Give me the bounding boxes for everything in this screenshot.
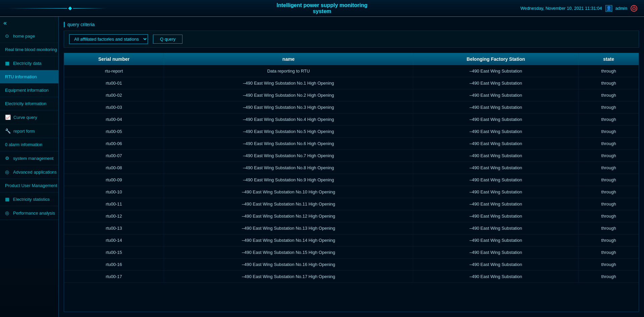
query-section: query criteria All affiliated factories … <box>64 22 639 48</box>
query-bar: All affiliated factories and stations Q … <box>64 31 639 48</box>
cell-name: –490 East Wing Substation No.11 High Ope… <box>164 198 413 210</box>
table-row[interactable]: rtu00-16 –490 East Wing Substation No.16… <box>64 259 639 271</box>
main-layout: « ⊙ home page Real time blood monitoring… <box>0 17 644 317</box>
content-area: query criteria All affiliated factories … <box>59 17 644 317</box>
table-row[interactable]: rtu00-04 –490 East Wing Substation No.4 … <box>64 114 639 126</box>
sidebar-item-electricity-data[interactable]: ▦ Electricity data <box>0 56 58 70</box>
cell-name: –490 East Wing Substation No.12 High Ope… <box>164 210 413 222</box>
table-row[interactable]: rtu00-03 –490 East Wing Substation No.3 … <box>64 101 639 114</box>
cell-state: through <box>579 150 639 162</box>
cell-serial: rtu00-06 <box>64 138 164 150</box>
table-row[interactable]: rtu00-01 –490 East Wing Substation No.1 … <box>64 77 639 89</box>
cell-state: through <box>579 101 639 114</box>
table-row[interactable]: rtu00-08 –490 East Wing Substation No.8 … <box>64 162 639 174</box>
cell-serial: rtu00-04 <box>64 114 164 126</box>
cell-serial: rtu00-15 <box>64 246 164 259</box>
cell-name: Data reporting to RTU <box>164 65 413 77</box>
cell-name: –490 East Wing Substation No.3 High Open… <box>164 101 413 114</box>
table-row[interactable]: rtu00-09 –490 East Wing Substation No.9 … <box>64 174 639 186</box>
cell-name: –490 East Wing Substation No.14 High Ope… <box>164 234 413 246</box>
sidebar-label-statistics: Electricity statistics <box>13 197 50 202</box>
table-header-row: Serial number name Belonging Factory Sta… <box>64 53 639 65</box>
sidebar-item-statistics[interactable]: ▦ Electricity statistics <box>0 192 58 206</box>
table-row[interactable]: rtu00-06 –490 East Wing Substation No.6 … <box>64 138 639 150</box>
sidebar-item-performance[interactable]: ◎ Performance analysis <box>0 206 58 220</box>
cell-serial: rtu00-09 <box>64 174 164 186</box>
cell-state: through <box>579 89 639 101</box>
power-button[interactable]: ⏻ <box>631 5 637 12</box>
rtu-table: Serial number name Belonging Factory Sta… <box>64 53 639 283</box>
sidebar-item-equipment[interactable]: Equipment information <box>0 84 58 97</box>
cell-name: –490 East Wing Substation No.16 High Ope… <box>164 259 413 271</box>
cell-station: –490 East Wing Substation <box>413 198 579 210</box>
query-title: query criteria <box>64 22 639 27</box>
col-name: name <box>164 53 413 65</box>
cell-serial: rtu00-16 <box>64 259 164 271</box>
table-row[interactable]: rtu-report Data reporting to RTU –490 Ea… <box>64 65 639 77</box>
sidebar-item-home[interactable]: ⊙ home page <box>0 29 58 43</box>
table-row[interactable]: rtu00-14 –490 East Wing Substation No.14… <box>64 234 639 246</box>
table-row[interactable]: rtu00-17 –490 East Wing Substation No.17… <box>64 271 639 283</box>
table-row[interactable]: rtu00-02 –490 East Wing Substation No.2 … <box>64 89 639 101</box>
cell-serial: rtu00-01 <box>64 77 164 89</box>
sidebar-item-curve[interactable]: 📈 Curve query <box>0 110 58 124</box>
cell-station: –490 East Wing Substation <box>413 77 579 89</box>
table-row[interactable]: rtu00-13 –490 East Wing Substation No.13… <box>64 222 639 234</box>
cell-station: –490 East Wing Substation <box>413 101 579 114</box>
table-row[interactable]: rtu00-11 –490 East Wing Substation No.11… <box>64 198 639 210</box>
home-icon: ⊙ <box>5 33 10 39</box>
sidebar-item-product[interactable]: Product User Management <box>0 179 58 192</box>
sidebar-label-electricity-data: Electricity data <box>13 61 42 66</box>
sidebar-label-home: home page <box>13 34 35 39</box>
cell-serial: rtu00-10 <box>64 186 164 198</box>
sidebar-label-report: report form <box>13 129 35 134</box>
report-icon: 🔧 <box>5 128 11 134</box>
col-serial: Serial number <box>64 53 164 65</box>
sidebar-label-performance: Performance analysis <box>13 211 55 216</box>
table-row[interactable]: rtu00-15 –490 East Wing Substation No.15… <box>64 246 639 259</box>
cell-station: –490 East Wing Substation <box>413 89 579 101</box>
sidebar-item-system[interactable]: ⚙ system management <box>0 151 58 165</box>
cell-serial: rtu00-03 <box>64 101 164 114</box>
performance-icon: ◎ <box>5 210 10 216</box>
sidebar-item-alarm[interactable]: 0 alarm information <box>0 138 58 151</box>
cell-serial: rtu00-05 <box>64 126 164 138</box>
sidebar-label-rtu: RTU information <box>5 74 37 79</box>
sidebar-item-electricity-info[interactable]: Electricity information <box>0 97 58 110</box>
sidebar: « ⊙ home page Real time blood monitoring… <box>0 17 59 317</box>
cell-state: through <box>579 138 639 150</box>
cell-state: through <box>579 246 639 259</box>
cell-state: through <box>579 114 639 126</box>
table-row[interactable]: rtu00-12 –490 East Wing Substation No.12… <box>64 210 639 222</box>
table-row[interactable]: rtu00-10 –490 East Wing Substation No.10… <box>64 186 639 198</box>
sidebar-label-realtime: Real time blood monitoring <box>5 47 57 52</box>
cell-serial: rtu00-14 <box>64 234 164 246</box>
cell-serial: rtu00-13 <box>64 222 164 234</box>
query-button[interactable]: Q query <box>153 35 182 44</box>
sidebar-label-advanced: Advanced applications <box>13 170 57 175</box>
sidebar-item-rtu[interactable]: RTU information <box>0 70 58 84</box>
cell-station: –490 East Wing Substation <box>413 150 579 162</box>
sidebar-item-advanced[interactable]: ◎ Advanced applications <box>0 165 58 179</box>
cell-state: through <box>579 259 639 271</box>
collapse-button[interactable]: « <box>0 17 58 29</box>
cell-serial: rtu00-07 <box>64 150 164 162</box>
sidebar-label-product: Product User Management <box>5 183 57 188</box>
cell-state: through <box>579 77 639 89</box>
cell-state: through <box>579 234 639 246</box>
table-row[interactable]: rtu00-05 –490 East Wing Substation No.5 … <box>64 126 639 138</box>
header-title: Intelligent power supply monitoring syst… <box>276 2 367 14</box>
cell-station: –490 East Wing Substation <box>413 126 579 138</box>
sidebar-item-report[interactable]: 🔧 report form <box>0 124 58 138</box>
cell-station: –490 East Wing Substation <box>413 186 579 198</box>
cell-serial: rtu00-11 <box>64 198 164 210</box>
factory-station-select[interactable]: All affiliated factories and stations <box>69 34 148 44</box>
header-right: Wednesday, November 10, 2021 11:31:04 👤 … <box>521 5 638 12</box>
cell-name: –490 East Wing Substation No.10 High Ope… <box>164 186 413 198</box>
table-row[interactable]: rtu00-07 –490 East Wing Substation No.7 … <box>64 150 639 162</box>
sidebar-label-electricity-info: Electricity information <box>5 101 47 106</box>
sidebar-label-equipment: Equipment information <box>5 88 49 93</box>
cell-state: through <box>579 65 639 77</box>
cell-station: –490 East Wing Substation <box>413 222 579 234</box>
sidebar-item-realtime[interactable]: Real time blood monitoring <box>0 43 58 56</box>
